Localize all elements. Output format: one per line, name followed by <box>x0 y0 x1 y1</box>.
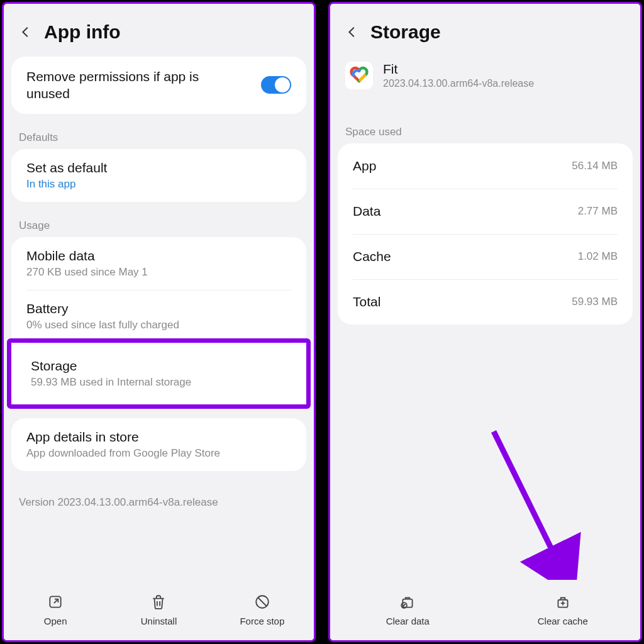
space-data-label: Data <box>353 204 380 219</box>
space-cache-row: Cache 1.02 MB <box>338 234 633 279</box>
space-total-value: 59.93 MB <box>572 296 618 308</box>
bottom-bar: Open Uninstall Force stop <box>4 580 314 640</box>
storage-screen: Storage Fit 2023.04.13.00.arm64-v8a.rele… <box>328 2 642 642</box>
open-button[interactable]: Open <box>4 594 107 626</box>
clear-cache-icon <box>555 594 571 612</box>
battery-sub: 0% used since last fully charged <box>26 319 291 331</box>
clear-data-label: Clear data <box>386 616 430 626</box>
panel-divider <box>316 0 328 644</box>
app-info-screen: App info Remove permissions if app is un… <box>2 2 316 642</box>
remove-permissions-label: Remove permissions if app is unused <box>26 68 228 103</box>
header: App info <box>4 4 314 57</box>
space-total-row: Total 59.93 MB <box>338 279 633 325</box>
defaults-card: Set as default In this app <box>11 149 306 202</box>
space-data-row: Data 2.77 MB <box>338 189 633 234</box>
clear-cache-label: Clear cache <box>538 616 588 626</box>
space-used-card: App 56.14 MB Data 2.77 MB Cache 1.02 MB … <box>338 143 633 325</box>
app-summary: Fit 2023.04.13.00.arm64-v8a.release <box>330 57 640 108</box>
clear-data-icon <box>399 594 416 612</box>
back-icon[interactable] <box>345 25 359 39</box>
set-as-default-row[interactable]: Set as default In this app <box>11 149 306 202</box>
annotation-arrow-icon <box>487 425 582 595</box>
app-details-sub: App downloaded from Google Play Store <box>26 447 291 460</box>
mobile-data-title: Mobile data <box>26 248 291 264</box>
space-cache-value: 1.02 MB <box>578 250 618 263</box>
page-title: Storage <box>370 21 441 43</box>
app-details-card: App details in store App downloaded from… <box>11 418 306 471</box>
storage-row[interactable]: Storage 59.93 MB used in Internal storag… <box>7 338 311 409</box>
defaults-section-label: Defaults <box>4 123 314 149</box>
space-total-label: Total <box>353 294 380 309</box>
stop-icon <box>254 594 270 612</box>
battery-row[interactable]: Battery 0% used since last fully charged <box>11 290 306 343</box>
space-cache-label: Cache <box>353 249 391 264</box>
svg-line-5 <box>494 431 568 582</box>
clear-cache-button[interactable]: Clear cache <box>486 594 641 626</box>
set-as-default-sub: In this app <box>26 178 291 191</box>
page-title: App info <box>44 21 121 43</box>
mobile-data-sub: 270 KB used since May 1 <box>26 266 291 279</box>
svg-rect-6 <box>403 599 413 608</box>
back-icon[interactable] <box>19 25 33 39</box>
trash-icon <box>150 594 167 612</box>
remove-permissions-row[interactable]: Remove permissions if app is unused <box>11 57 306 114</box>
uninstall-label: Uninstall <box>141 616 177 626</box>
app-details-row[interactable]: App details in store App downloaded from… <box>11 418 306 471</box>
space-app-label: App <box>353 158 376 174</box>
svg-line-4 <box>258 598 266 606</box>
space-data-value: 2.77 MB <box>578 205 618 218</box>
force-stop-button[interactable]: Force stop <box>211 594 314 626</box>
space-app-value: 56.14 MB <box>572 160 618 172</box>
clear-data-button[interactable]: Clear data <box>330 594 486 626</box>
force-stop-label: Force stop <box>240 616 284 626</box>
usage-card: Mobile data 270 KB used since May 1 Batt… <box>11 237 306 409</box>
google-fit-icon <box>345 62 373 89</box>
space-used-label: Space used <box>330 108 640 143</box>
open-label: Open <box>44 616 67 626</box>
space-app-row: App 56.14 MB <box>338 143 633 189</box>
usage-section-label: Usage <box>4 211 314 237</box>
storage-sub: 59.93 MB used in Internal storage <box>31 376 287 389</box>
uninstall-button[interactable]: Uninstall <box>107 594 210 626</box>
open-icon <box>47 594 64 612</box>
bottom-bar: Clear data Clear cache <box>330 580 640 640</box>
header: Storage <box>330 4 640 57</box>
app-version: 2023.04.13.00.arm64-v8a.release <box>383 78 534 89</box>
app-meta: Fit 2023.04.13.00.arm64-v8a.release <box>383 62 534 89</box>
storage-title: Storage <box>31 358 287 374</box>
remove-permissions-toggle[interactable] <box>261 76 291 94</box>
mobile-data-row[interactable]: Mobile data 270 KB used since May 1 <box>11 237 306 290</box>
app-name: Fit <box>383 62 534 77</box>
app-details-title: App details in store <box>26 430 291 445</box>
version-text: Version 2023.04.13.00.arm64-v8a.release <box>4 480 314 525</box>
set-as-default-title: Set as default <box>26 160 291 175</box>
remove-permissions-card: Remove permissions if app is unused <box>11 57 306 114</box>
battery-title: Battery <box>26 301 291 316</box>
